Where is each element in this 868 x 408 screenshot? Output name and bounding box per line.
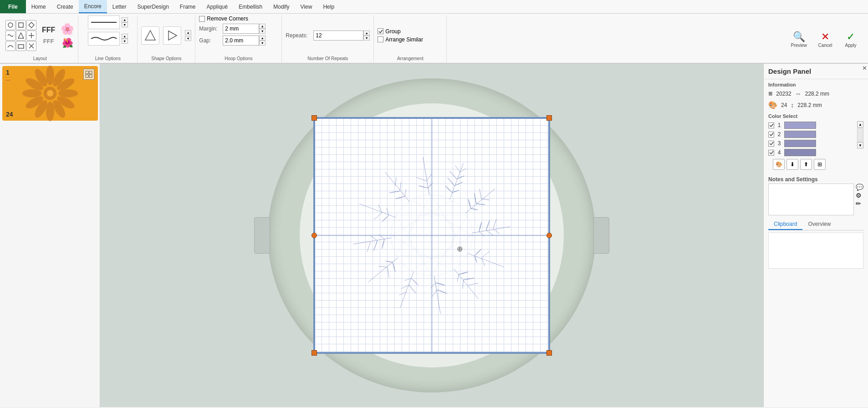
svg-point-25: [47, 90, 53, 97]
menu-modify[interactable]: Modify: [268, 0, 295, 13]
line2-up-arrow[interactable]: ▲: [122, 34, 128, 39]
design-thumb-overlay[interactable]: [83, 69, 94, 80]
layout-cell-circle[interactable]: [5, 20, 15, 30]
tab-clipboard[interactable]: Clipboard: [768, 219, 802, 230]
shape-triangle-btn[interactable]: [141, 26, 159, 45]
group-checkbox[interactable]: [378, 28, 383, 34]
design-thumbnail[interactable]: 1 ... 24: [2, 66, 98, 121]
menu-letter[interactable]: Letter: [107, 0, 132, 13]
margin-input[interactable]: 2 mm: [223, 24, 259, 34]
menu-superdesign[interactable]: SuperDesign: [132, 0, 174, 13]
menu-help[interactable]: Help: [317, 0, 340, 13]
apply-button[interactable]: ✓ Apply: [839, 29, 863, 50]
stitch-icon: ≡: [768, 90, 772, 98]
line2-down-arrow[interactable]: ▼: [122, 39, 128, 44]
color-down-btn[interactable]: ⬇: [786, 159, 798, 170]
svg-line-56: [481, 251, 490, 258]
shape-down-arrow[interactable]: ▼: [185, 36, 191, 41]
stitch-info-row: ≡ 20232 ↔ 228.2 mm: [764, 88, 868, 99]
gap-down[interactable]: ▼: [259, 41, 266, 46]
notes-comment-btn[interactable]: 💬: [856, 184, 863, 191]
menu-create[interactable]: Create: [51, 0, 79, 13]
line-down-arrow[interactable]: ▼: [122, 22, 128, 27]
color-swatch-4[interactable]: [784, 149, 816, 156]
svg-marker-2: [29, 22, 34, 28]
left-panel: 1 ... 24: [0, 64, 100, 407]
fff-font2-button[interactable]: FFF: [40, 37, 57, 46]
color-actions: 🎨 ⬇ ⬆ ⊞: [768, 157, 863, 172]
color-check-3[interactable]: [768, 141, 774, 147]
color-num-4: 4: [776, 149, 782, 156]
color-swatch-1[interactable]: [784, 122, 816, 129]
hoop-options-label: Hoop Options: [199, 55, 278, 63]
layout-cell-triangle[interactable]: [16, 31, 26, 41]
svg-rect-29: [89, 75, 92, 77]
layout-cell-arc[interactable]: [5, 41, 15, 51]
layout-cell-square[interactable]: [16, 20, 26, 30]
line-options-content: ▲ ▼ ▲ ▼: [82, 15, 133, 55]
svg-point-107: [409, 213, 454, 258]
hoop-right-arm: [593, 217, 609, 254]
fff-font-button[interactable]: FFF: [40, 25, 57, 35]
svg-marker-10: [145, 31, 155, 40]
svg-line-63: [468, 279, 478, 289]
layout-cell-plus[interactable]: [26, 31, 36, 41]
color-scroll-up[interactable]: ▲: [857, 121, 863, 128]
color-list-wrapper: 1 2 3 4: [768, 121, 863, 157]
gap-input[interactable]: 2.0 mm: [223, 36, 259, 46]
layout-cell-diamond[interactable]: [26, 20, 36, 30]
line-preview-wavy[interactable]: [88, 32, 120, 46]
notes-edit-btn[interactable]: ✏: [856, 200, 863, 207]
margin-up[interactable]: ▲: [259, 24, 266, 29]
preview-button[interactable]: 🔍 Preview: [786, 29, 812, 50]
menu-encore[interactable]: Encore: [79, 0, 107, 13]
repeats-down[interactable]: ▼: [363, 36, 370, 41]
color-swatch-3[interactable]: [784, 140, 816, 147]
design-canvas[interactable]: .leaf-stroke { fill: none; stroke: #7080…: [313, 117, 550, 354]
shape-play-btn[interactable]: [163, 26, 181, 45]
height-value: 228.2 mm: [797, 102, 822, 108]
color-up-btn[interactable]: ⬆: [800, 159, 812, 170]
line-preview-straight[interactable]: [88, 15, 120, 29]
layout-grid: [5, 20, 36, 51]
gap-up[interactable]: ▲: [259, 36, 266, 41]
repeats-label: Repeats:: [286, 32, 311, 39]
notes-settings-btn[interactable]: ⚙: [856, 192, 863, 199]
canvas-area[interactable]: .leaf-stroke { fill: none; stroke: #7080…: [100, 64, 763, 407]
shape-up-arrow[interactable]: ▲: [185, 30, 191, 35]
menu-frame[interactable]: Frame: [174, 0, 201, 13]
layout-cell-x[interactable]: [26, 41, 36, 51]
repeats-input[interactable]: 12: [313, 31, 363, 41]
color-grid-btn[interactable]: ⊞: [814, 159, 826, 170]
svg-point-18: [46, 102, 54, 121]
shape-options-label: Shape Options: [141, 55, 191, 63]
remove-corners-checkbox[interactable]: [199, 16, 205, 22]
color-check-1[interactable]: [768, 122, 774, 128]
menu-file[interactable]: File: [0, 0, 26, 13]
repeats-up[interactable]: ▲: [363, 31, 370, 36]
remove-corners-row: Remove Corners: [199, 15, 248, 22]
arrange-similar-checkbox[interactable]: [378, 36, 383, 42]
color-scroll-down[interactable]: ▼: [857, 142, 863, 148]
menu-embellish[interactable]: Embellish: [233, 0, 268, 13]
repeats-content: Repeats: 12 ▲ ▼: [286, 15, 370, 55]
svg-line-37: [455, 165, 460, 172]
layout-cell-square2[interactable]: [16, 41, 26, 51]
height-arrow: ↕: [791, 102, 794, 109]
color-check-4[interactable]: [768, 150, 774, 156]
color-swatch-2[interactable]: [784, 131, 816, 138]
menu-applique[interactable]: Appliqué: [201, 0, 233, 13]
panel-close-btn[interactable]: ✕: [862, 65, 867, 71]
svg-line-80: [353, 226, 392, 256]
menu-home[interactable]: Home: [26, 0, 51, 13]
color-palette-btn[interactable]: 🎨: [773, 159, 785, 170]
cancel-label: Cancel: [818, 43, 832, 48]
line-up-arrow[interactable]: ▲: [122, 17, 128, 22]
cancel-button[interactable]: ✕ Cancel: [813, 29, 837, 50]
menu-view[interactable]: View: [295, 0, 318, 13]
margin-down[interactable]: ▼: [259, 29, 266, 34]
color-check-2[interactable]: [768, 132, 774, 138]
layout-cell-wave[interactable]: [5, 31, 15, 41]
notes-textarea[interactable]: [768, 184, 854, 215]
tab-overview[interactable]: Overview: [802, 219, 836, 230]
